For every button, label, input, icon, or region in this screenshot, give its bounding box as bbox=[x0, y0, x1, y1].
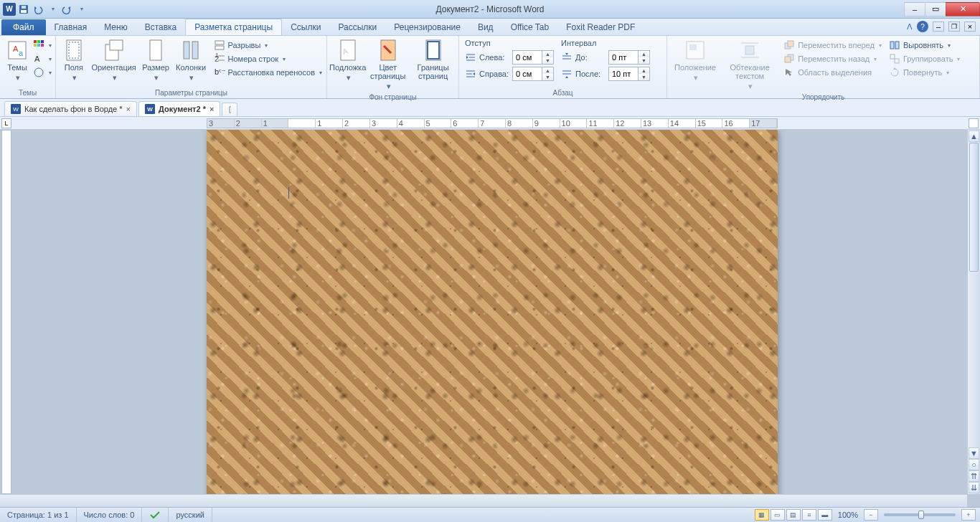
margins-button[interactable]: Поля▾ bbox=[59, 37, 89, 83]
tab-selector[interactable]: L bbox=[1, 118, 11, 128]
scroll-up-button[interactable]: ▲ bbox=[969, 130, 979, 142]
status-word-count[interactable]: Число слов: 0 bbox=[77, 508, 143, 522]
svg-rect-11 bbox=[41, 44, 44, 47]
close-tab-icon[interactable]: × bbox=[126, 105, 131, 113]
document-tab-2[interactable]: WДокумент2 *× bbox=[138, 101, 220, 116]
tab-menu[interactable]: Меню bbox=[95, 19, 136, 35]
breaks-button[interactable]: Разрывы▾ bbox=[212, 39, 324, 52]
zoom-slider[interactable] bbox=[884, 513, 956, 516]
themes-button[interactable]: Aa Темы▾ bbox=[3, 37, 32, 83]
document-page[interactable] bbox=[207, 130, 778, 507]
page-color-button[interactable]: Цвет страницы▾ bbox=[365, 37, 410, 92]
vertical-scrollbar[interactable]: ▲ ▼ ○ ⇈ ⇊ bbox=[967, 130, 980, 494]
theme-colors-button[interactable]: ▾ bbox=[32, 39, 53, 52]
zoom-label[interactable]: 100% bbox=[838, 511, 858, 519]
scroll-down-button[interactable]: ▼ bbox=[969, 447, 979, 459]
line-numbers-icon: 12 bbox=[214, 53, 225, 65]
new-tab-button[interactable] bbox=[222, 103, 237, 116]
spin-up[interactable]: ▲ bbox=[638, 51, 649, 57]
theme-effects-button[interactable]: ▾ bbox=[32, 66, 53, 79]
spin-up[interactable]: ▲ bbox=[542, 67, 553, 74]
qat-undo-button[interactable] bbox=[32, 3, 44, 16]
hyphenation-button[interactable]: bᶜ⁻Расстановка переносов▾ bbox=[212, 66, 324, 79]
spin-up[interactable]: ▲ bbox=[542, 51, 553, 57]
vertical-ruler[interactable] bbox=[1, 130, 11, 494]
window-close-button[interactable]: ✕ bbox=[946, 2, 980, 16]
inner-close-button[interactable]: × bbox=[964, 22, 976, 32]
watermark-icon: A bbox=[336, 39, 359, 62]
prev-page-button[interactable]: ⇈ bbox=[969, 470, 979, 482]
svg-rect-22 bbox=[215, 46, 224, 49]
qat-undo-drop[interactable]: ▾ bbox=[46, 3, 59, 16]
qat-redo-button[interactable] bbox=[60, 3, 73, 16]
scroll-thumb[interactable] bbox=[969, 143, 979, 272]
page-borders-button[interactable]: Границы страниц bbox=[410, 37, 456, 82]
status-spellcheck[interactable] bbox=[142, 508, 169, 522]
svg-rect-56 bbox=[230, 107, 231, 113]
align-button[interactable]: Выровнять▾ bbox=[887, 39, 962, 52]
spacing-after-input[interactable]: ▲▼ bbox=[608, 67, 650, 81]
browse-object-button[interactable]: ○ bbox=[969, 459, 979, 470]
line-numbers-button[interactable]: 12Номера строк▾ bbox=[212, 52, 324, 65]
svg-rect-55 bbox=[895, 59, 899, 63]
tab-file[interactable]: Файл bbox=[1, 19, 46, 35]
group-button[interactable]: Группировать▾ bbox=[887, 52, 962, 65]
orientation-button[interactable]: Ориентация▾ bbox=[89, 37, 139, 83]
qat-customize-drop[interactable]: ▾ bbox=[75, 3, 88, 16]
inner-minimize-button[interactable]: – bbox=[933, 22, 944, 32]
wrap-text-button[interactable]: Обтекание текстом▾ bbox=[720, 37, 779, 92]
ribbon-minimize-icon[interactable]: ᐱ bbox=[907, 22, 913, 32]
status-language[interactable]: русский bbox=[169, 508, 212, 522]
bring-forward-button[interactable]: Переместить вперед▾ bbox=[782, 39, 883, 52]
size-button[interactable]: Размер▾ bbox=[139, 37, 173, 83]
effects-icon bbox=[33, 67, 44, 78]
indent-right-input[interactable]: ▲▼ bbox=[512, 67, 554, 81]
view-draft-button[interactable]: ▬ bbox=[818, 509, 832, 521]
position-button[interactable]: Положение▾ bbox=[670, 37, 720, 83]
svg-rect-2 bbox=[22, 6, 26, 9]
group-page-setup-label: Параметры страницы bbox=[59, 87, 324, 98]
tab-office-tab[interactable]: Office Tab bbox=[502, 19, 558, 35]
selection-pane-button[interactable]: Область выделения bbox=[782, 66, 883, 79]
tab-foxit[interactable]: Foxit Reader PDF bbox=[557, 19, 644, 35]
next-page-button[interactable]: ⇊ bbox=[969, 482, 979, 493]
close-tab-icon[interactable]: × bbox=[209, 105, 214, 113]
qat-save-button[interactable] bbox=[17, 3, 30, 16]
window-maximize-button[interactable]: ▭ bbox=[925, 2, 946, 16]
document-tab-1[interactable]: WКак сделать фон в Ворде *× bbox=[4, 101, 137, 116]
view-full-screen-button[interactable]: ▭ bbox=[771, 509, 785, 521]
view-outline-button[interactable]: ≡ bbox=[802, 509, 816, 521]
spacing-before-input[interactable]: ▲▼ bbox=[608, 50, 650, 65]
view-print-layout-button[interactable]: ▦ bbox=[755, 509, 769, 521]
tab-page-layout[interactable]: Разметка страницы bbox=[185, 19, 282, 35]
status-page[interactable]: Страница: 1 из 1 bbox=[0, 508, 77, 522]
tab-mailings[interactable]: Рассылки bbox=[329, 19, 385, 35]
spin-up[interactable]: ▲ bbox=[638, 67, 649, 74]
spin-down[interactable]: ▼ bbox=[638, 74, 649, 80]
tab-view[interactable]: Вид bbox=[469, 19, 502, 35]
help-icon[interactable]: ? bbox=[917, 21, 928, 32]
inner-restore-button[interactable]: ❐ bbox=[948, 22, 960, 32]
spin-down[interactable]: ▼ bbox=[542, 57, 553, 64]
horizontal-ruler[interactable]: 321 1234567891011121314151617 bbox=[207, 118, 778, 128]
horizontal-scrollbar[interactable] bbox=[0, 494, 967, 507]
spin-down[interactable]: ▼ bbox=[638, 57, 649, 64]
window-minimize-button[interactable]: – bbox=[904, 2, 925, 16]
view-web-layout-button[interactable]: ▤ bbox=[786, 509, 801, 521]
ruler-toggle-button[interactable] bbox=[969, 118, 979, 128]
zoom-slider-thumb[interactable] bbox=[918, 511, 924, 519]
indent-left-icon bbox=[465, 52, 476, 63]
theme-fonts-button[interactable]: A▾ bbox=[32, 52, 53, 65]
columns-button[interactable]: Колонки▾ bbox=[173, 37, 209, 83]
tab-home[interactable]: Главная bbox=[46, 19, 96, 35]
zoom-in-button[interactable]: + bbox=[961, 509, 976, 521]
rotate-button[interactable]: Повернуть▾ bbox=[887, 66, 962, 79]
spin-down[interactable]: ▼ bbox=[542, 74, 553, 80]
tab-insert[interactable]: Вставка bbox=[136, 19, 186, 35]
watermark-button[interactable]: AПодложка▾ bbox=[330, 37, 365, 83]
tab-review[interactable]: Рецензирование bbox=[385, 19, 469, 35]
zoom-out-button[interactable]: − bbox=[864, 509, 878, 521]
tab-references[interactable]: Ссылки bbox=[282, 19, 329, 35]
send-backward-button[interactable]: Переместить назад▾ bbox=[782, 52, 883, 65]
indent-left-input[interactable]: ▲▼ bbox=[512, 50, 554, 65]
